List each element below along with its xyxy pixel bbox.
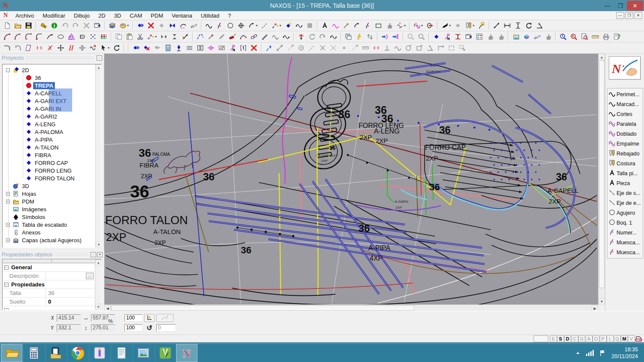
menu-3d[interactable]: 3D [110, 11, 126, 20]
line-pattern-icon[interactable] [98, 32, 109, 42]
arc-arrow-icon[interactable] [12, 32, 23, 42]
tool-rebajado[interactable]: Rebajado [608, 149, 643, 158]
mode-toggle-q[interactable]: Q [614, 335, 621, 342]
new-piece-icon[interactable] [283, 21, 294, 30]
save-icon[interactable] [23, 21, 34, 30]
corner-point-icon[interactable] [435, 43, 446, 53]
tree-item-a-pipa[interactable]: A-PIPA [3, 136, 101, 143]
expand-icon[interactable]: + [6, 238, 10, 242]
line-plain-icon[interactable] [307, 43, 317, 53]
node-snap-button[interactable] [156, 314, 173, 322]
pin-n-icon[interactable] [442, 32, 453, 42]
rotate-left-icon[interactable] [307, 32, 317, 42]
taskbar-notepad[interactable] [111, 344, 131, 362]
menu-ventana[interactable]: Ventana [167, 11, 197, 20]
piece-forward-icon[interactable] [131, 43, 141, 53]
window-properties-icon[interactable] [463, 32, 474, 42]
help-icon[interactable] [611, 32, 622, 42]
measure-rotate-icon[interactable] [523, 21, 534, 30]
scroll-down-icon[interactable]: ▼ [95, 304, 101, 310]
new-image-icon[interactable] [510, 32, 521, 42]
action-center-icon[interactable] [599, 350, 606, 356]
wave-nodes-icon[interactable] [294, 21, 304, 30]
bold-wave-icon[interactable] [270, 32, 281, 42]
tool-muesca-[interactable]: Muesca... [608, 237, 643, 247]
scanner-icon[interactable] [532, 32, 543, 42]
arrow-curve-icon[interactable] [380, 32, 390, 42]
stamp-icon[interactable] [384, 21, 395, 30]
tool-perimet-[interactable]: Perimet... [608, 89, 643, 99]
mirror-horizontal-icon[interactable] [158, 32, 169, 42]
mdi-close-button[interactable]: ✕ [634, 12, 642, 19]
mode-toggle-m[interactable]: M [621, 335, 628, 342]
tree-item-s-mbolos[interactable]: Símbolos [3, 213, 101, 221]
tree-item-a-paloma[interactable]: A-PALOMA [3, 128, 101, 136]
pin-cross-icon[interactable] [296, 32, 307, 42]
pencil-pair-dropdown-icon[interactable]: ▾ [473, 24, 476, 27]
collapse-icon[interactable]: - [6, 68, 10, 72]
gray-stamp-2-icon[interactable] [495, 32, 506, 42]
wave-delete-icon[interactable] [88, 43, 98, 53]
pin-n-2-icon[interactable] [227, 43, 238, 53]
link-curves-icon[interactable] [249, 32, 259, 42]
tree-item-a-leng[interactable]: A-LENG [3, 120, 101, 128]
node-line-icon[interactable] [285, 43, 296, 53]
rotate-icon[interactable]: ↺ [144, 324, 155, 332]
mode-toggle-g[interactable]: G [578, 335, 585, 342]
new-document-icon[interactable] [2, 21, 12, 30]
delete-piece-icon[interactable] [146, 21, 156, 30]
stairs-icon[interactable] [259, 32, 270, 42]
measure-angle-icon[interactable] [534, 21, 545, 30]
tool-eje-de-e-[interactable]: Eje de e... [608, 198, 643, 208]
ruler-icon[interactable] [590, 32, 601, 42]
flat-wave-icon[interactable] [281, 32, 292, 42]
close-button[interactable]: ✕ [627, 1, 643, 10]
menu-2d[interactable]: 2D [94, 11, 110, 20]
curve-underline-icon[interactable] [178, 21, 188, 30]
rotate-ccw-icon[interactable] [111, 43, 122, 53]
mode-toggle-d[interactable]: D [564, 335, 571, 342]
corner-radius-2-icon[interactable] [12, 43, 23, 53]
gray-ruler-icon[interactable] [360, 43, 371, 53]
mode-toggle-a[interactable]: A [586, 335, 592, 342]
box-angle-icon[interactable] [414, 43, 425, 53]
curve-nodes-icon[interactable] [238, 32, 249, 42]
scroll-right-icon[interactable]: ▶ [592, 305, 598, 311]
taskbar-chrome[interactable] [67, 344, 88, 362]
measure-diagonal-icon[interactable] [491, 21, 502, 30]
rotation-input[interactable]: 0 [156, 324, 176, 332]
tool-eje-de-s-[interactable]: Eje de s... [608, 188, 643, 198]
perpendicular-icon[interactable] [382, 43, 392, 53]
measure-height-icon[interactable] [513, 21, 523, 30]
menu-dibujo[interactable]: Dibujo [70, 11, 94, 20]
tool-pieza[interactable]: Pieza [608, 178, 643, 188]
red-measure-icon[interactable] [453, 32, 463, 42]
tool-boq-1[interactable]: Boq. 1 [608, 218, 643, 228]
wave-nodes-2-icon[interactable] [328, 32, 339, 42]
lightning-icon[interactable] [354, 32, 365, 42]
horizontal-scrollbar[interactable]: ◀ ▶ [104, 304, 598, 311]
panel-float-button[interactable]: ▫ [91, 252, 96, 257]
zoom-page-icon[interactable] [579, 32, 590, 42]
arc-arrow-2-icon[interactable] [45, 32, 55, 42]
menu-archivo[interactable]: Archivo [11, 11, 38, 20]
panel-grip[interactable] [55, 253, 88, 256]
gray-diamond-icon[interactable] [453, 21, 463, 30]
insert-piece-icon[interactable] [135, 21, 146, 30]
page-skew-icon[interactable] [23, 43, 34, 53]
box-arrow-icon[interactable] [457, 43, 468, 53]
tool-empalme[interactable]: Empalme [608, 139, 643, 149]
delete-icon[interactable] [81, 21, 92, 30]
tray-expand-icon[interactable] [575, 351, 580, 355]
arrow-curve-r-icon[interactable] [390, 32, 401, 42]
gray-nodes-dropdown-icon[interactable]: ▾ [155, 35, 158, 39]
circle-arrow-icon[interactable] [425, 21, 435, 30]
dotted-line-icon[interactable] [349, 43, 360, 53]
tree-item-3d[interactable]: 3D [3, 182, 101, 190]
drop-line-icon[interactable] [173, 43, 184, 53]
tree-item-im-genes[interactable]: Imágenes [3, 205, 101, 213]
puma-logo-dropdown-icon[interactable]: ▾ [449, 24, 453, 27]
tool-paralela[interactable]: Paralela [608, 119, 643, 129]
plotter-icon[interactable] [635, 335, 643, 343]
draw-fcurve-icon[interactable] [214, 21, 225, 30]
